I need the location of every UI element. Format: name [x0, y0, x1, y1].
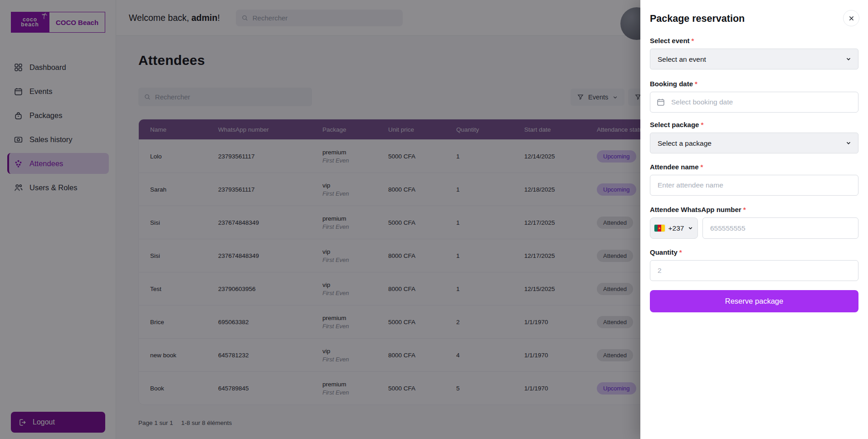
- required-asterisk: *: [701, 121, 703, 128]
- close-button[interactable]: [843, 10, 859, 26]
- attendee-name-input[interactable]: [650, 175, 858, 196]
- select-package-group: Select package* Select a package: [650, 121, 858, 153]
- close-icon: [848, 15, 855, 22]
- chevron-down-icon: [688, 225, 693, 231]
- required-asterisk: *: [743, 206, 746, 213]
- calendar-icon: [656, 98, 665, 107]
- quantity-input[interactable]: [650, 260, 858, 281]
- country-code: +237: [668, 224, 684, 232]
- drawer-title: Package reservation: [650, 13, 745, 25]
- attendee-whatsapp-group: Attendee WhatsApp number* +237: [650, 206, 858, 239]
- quantity-group: Quantity*: [650, 248, 858, 281]
- event-select[interactable]: Select an event: [650, 49, 858, 69]
- attendee-whatsapp-label: Attendee WhatsApp number*: [650, 206, 858, 213]
- whatsapp-number-input[interactable]: [702, 217, 858, 239]
- required-asterisk: *: [695, 80, 697, 88]
- app-screen: coco beach COCO Beach Dashboard Events P…: [0, 0, 868, 439]
- quantity-label: Quantity*: [650, 248, 858, 256]
- cameroon-flag-icon: [654, 225, 665, 232]
- attendee-name-label: Attendee name*: [650, 163, 858, 171]
- required-asterisk: *: [679, 248, 682, 256]
- booking-date-group: Booking date*: [650, 80, 858, 113]
- required-asterisk: *: [692, 37, 694, 44]
- reserve-package-button[interactable]: Reserve package: [650, 290, 858, 312]
- booking-date-input[interactable]: [650, 92, 858, 113]
- attendee-name-group: Attendee name*: [650, 163, 858, 196]
- select-event-group: Select event* Select an event: [650, 37, 858, 69]
- select-event-label: Select event*: [650, 37, 858, 44]
- required-asterisk: *: [701, 163, 703, 171]
- booking-date-label: Booking date*: [650, 80, 858, 88]
- package-reservation-drawer: Package reservation Select event* Select…: [640, 0, 868, 439]
- package-select[interactable]: Select a package: [650, 133, 858, 153]
- select-package-label: Select package*: [650, 121, 858, 128]
- country-code-select[interactable]: +237: [650, 217, 698, 239]
